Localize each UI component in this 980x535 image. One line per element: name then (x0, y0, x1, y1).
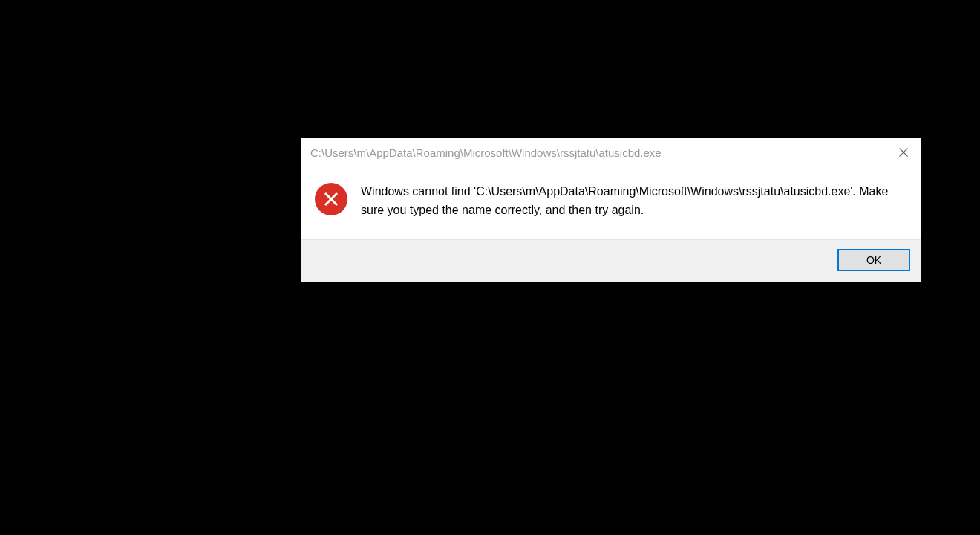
close-button[interactable] (886, 138, 921, 166)
error-message: Windows cannot find 'C:\Users\m\AppData\… (361, 183, 895, 220)
ok-button[interactable]: OK (837, 249, 910, 271)
error-icon-wrap (315, 183, 347, 215)
window-title: C:\Users\m\AppData\Roaming\Microsoft\Win… (310, 146, 886, 159)
error-x-icon (315, 183, 347, 215)
error-dialog: C:\Users\m\AppData\Roaming\Microsoft\Win… (301, 138, 921, 282)
close-icon (899, 148, 908, 157)
dialog-body: Windows cannot find 'C:\Users\m\AppData\… (301, 166, 921, 239)
titlebar[interactable]: C:\Users\m\AppData\Roaming\Microsoft\Win… (301, 138, 921, 166)
dialog-footer: OK (301, 239, 921, 282)
